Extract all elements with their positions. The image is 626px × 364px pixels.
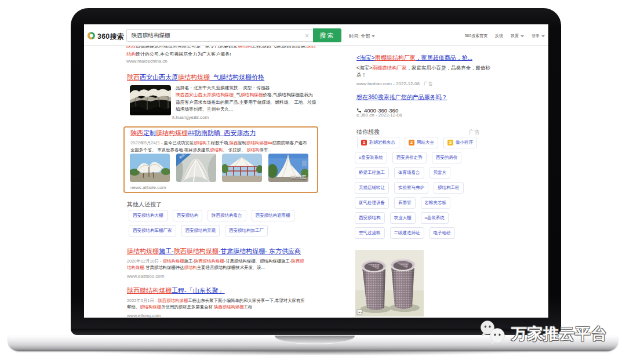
text-segment: 停车... [260,147,272,152]
text-segment: 结构煤棚 [127,265,144,270]
result-url: it.huangye88.com [172,115,209,120]
related-search-tag[interactable]: 西安膜结构景观 [181,225,220,236]
text-segment: 适应客户需求市场推出的新产品.主要用于储煤场、燃料场、 工地、垃圾 [176,100,316,105]
result-snippet-line: 帮助。膜结构煤棚所使用的膜材是多层复合材 陕西膜结构煤棚工程 [127,304,252,311]
suggest-tag[interactable]: 西安房价走势 [392,152,427,163]
result-snippet-line: 2022年5月24日 - 至今已成功安装膜结构工程数千项,陕西定制膜结构煤棚##… [130,140,307,147]
text-segment: 2022年5月24日 - [130,140,164,145]
nav-login-dropdown[interactable]: 登录 [532,34,545,38]
suggest-tag[interactable]: 贝雷片 [430,167,451,179]
suggest-tags-row: 空气过滤棉二级建造师证电子地磅 [355,227,460,239]
text-segment: 结构 [126,52,136,57]
suggest-tag[interactable]: 二级建造师证 [390,227,424,239]
product-photo[interactable] [355,250,424,316]
text-segment: 陕西 [229,140,238,145]
suggest-tag[interactable]: 西安的房价 [432,152,462,163]
suggest-tag[interactable]: 废气处理设备 [355,197,389,209]
suggest-tag[interactable]: 天猫店铺转让 [355,182,389,194]
clear-search-icon[interactable]: × [305,32,309,40]
related-search-tag[interactable]: 陕西膜结构看台 [208,210,246,221]
suggest-tag[interactable]: 2网站大全 [405,137,438,148]
result-photo-2[interactable]: 新品上架 [176,154,216,182]
text-segment: 价格,气膜结构煤棚是我为 [263,92,313,97]
result-url: www.maidechina.cn [126,59,168,64]
suggest-tag[interactable]: 1彩钢岩棉夹芯 [357,137,399,148]
result-photo-4[interactable]: 共6张图 [268,154,308,182]
text-segment: 陕西 [130,129,143,136]
text-segment: ##防雨防晒_西安康杰力 [188,129,256,136]
nav-home-link[interactable]: 360搜索首页 [464,34,487,38]
text-segment: 膜结构煤棚 [140,304,161,310]
result-title-link[interactable]: 膜结构煤棚施工-陕西膜结构煤棚-甘肃膜结构煤棚- 东方供应商 [127,247,301,255]
nav-settings-label: 设置 [511,34,519,38]
result-title-link[interactable]: 陕西膜结构煤棚工程-「山东长聚」 [127,287,225,294]
suggest-tag[interactable]: 农业大棚 [390,212,416,224]
suggest-tag[interactable]: 石墨管 [394,197,416,209]
time-filter-dropdown[interactable]: 时间: 全部 [349,33,375,39]
result-snippet-line: 全国多个省、 市及世界各地.项目涉及建筑膜结构、 张拉膜、 膜结构停车... [130,147,272,154]
chevron-down-icon [541,35,545,37]
ad-snippet-line: 杀！ [356,72,366,79]
ad-snippet-line: <淘宝>雨棚膜结构厂家，家庭实用小百货，品类齐全，超值秒 [356,65,490,72]
suggest-tag[interactable]: u盘安装系统 [355,152,387,163]
text-segment: _气 [234,92,241,97]
related-search-tag[interactable]: 西安膜结构大棚 [129,210,168,221]
result-thumbnail[interactable] [130,85,171,115]
text-segment: 陕西膜结构煤棚 [158,298,188,303]
text-segment: 主要经营膜结构煤棚技术开发、设... [197,265,265,270]
text-segment: 2020年12月10日 - [127,259,163,264]
text-segment: 雨棚膜结构厂家 [372,65,407,71]
suggest-tags-row: 西安膜结构农业大棚u盘装系统 [355,212,454,224]
text-segment: 膜结构 [246,147,259,152]
suggest-tag[interactable]: 实验室马弗炉 [394,182,428,194]
ad-title-link[interactable]: <淘宝>雨棚膜结构厂家，家居超值商品，抢... [356,54,472,61]
text-segment: 工程数千项, [206,140,229,145]
suggest-tag[interactable]: 3做小程序 [443,137,477,148]
ad-url: www.taobao.com - 2022-12-08广告 [356,81,433,87]
related-search-tag[interactable]: 西安膜结构车棚厂家 [129,225,176,236]
nav-feedback-link[interactable]: 反馈 [495,34,503,38]
text-segment: -甘肃膜结构煤棚仲达 [144,265,184,270]
result-url: news.alibole.com [130,185,166,190]
text-segment: 工程 [244,304,253,310]
ad-title-link[interactable]: 想在360搜索推广您的产品服务吗？ [356,94,447,101]
suggest-tag[interactable]: 体育场看台 [394,167,424,179]
text-segment: 膜结构煤棚 [156,129,188,136]
suggest-tag[interactable]: 桥梁工程施工 [355,167,389,179]
laptop-screen: 陕西迈德膜建筑环境技术有限公司是一家专门从事西安膜结构工程,陕西气膜,陕西张拉膜… [84,24,548,318]
ad-url-text: www.taobao.com - 2022-12-08 [356,81,420,86]
360-logo-text: 360搜索 [97,32,125,42]
suggest-tag[interactable]: 岩棉夹芯板 [421,197,451,209]
text-segment: 2022年5月1日 - [127,298,158,303]
tag-label: 彩钢岩棉夹芯 [369,140,395,145]
result-title-link[interactable]: 陕西西安山西太原膜结构煤棚_气膜结构煤棚价格 [127,74,264,81]
text-segment: 雨棚膜结构厂家 [375,54,416,61]
related-search-tag[interactable]: 西安膜结构加工厂 [225,225,268,236]
result-snippet-line: 填埋场等封闭。兰州中天久... [176,106,233,113]
result-snippet-line: 适应客户需求市场推出的新产品.主要用于储煤场、燃料场、 工地、垃圾 [176,99,316,106]
text-segment: ## [268,140,272,145]
text-segment: 定制 [143,129,156,136]
suggest-tag[interactable]: 膜结构工程 [434,182,464,194]
suggest-tags-row: 废气处理设备石墨管岩棉夹芯板 [355,197,456,209]
suggest-tag[interactable]: 空气过滤棉 [355,227,385,239]
suggest-tag[interactable]: u盘装系统 [421,212,449,224]
result-url: www.eastsoo.com [127,274,164,279]
rank-badge: 2 [409,140,414,145]
page: 陕西迈德膜建筑环境技术有限公司是一家专门从事西安膜结构工程,陕西气膜,陕西张拉膜… [0,0,626,364]
canopy-underside-photo: 新品上架 [176,154,216,182]
suggest-tag[interactable]: 西安膜结构 [355,212,385,224]
text-segment: 所使用的膜材是多层复合材 [161,304,214,310]
result-title-link[interactable]: 陕西定制膜结构煤棚##防雨防晒_西安康杰力 [130,129,256,137]
search-input[interactable] [132,30,294,41]
result-photo-1[interactable] [130,154,170,182]
text-segment: 膜结构煤棚 [241,92,263,97]
related-search-tag[interactable]: 西安膜结构 [173,210,203,221]
related-search-tag[interactable]: 西安膜结构遮雨棚 [252,210,294,221]
nav-settings-dropdown[interactable]: 设置 [511,34,524,38]
time-filter-label: 时间: 全部 [349,34,370,39]
suggest-tag[interactable]: 电子地磅 [430,227,455,239]
nav-login-label: 登录 [532,34,540,38]
search-button[interactable]: 搜索 [313,28,341,42]
result-photo-3[interactable] [222,154,262,182]
